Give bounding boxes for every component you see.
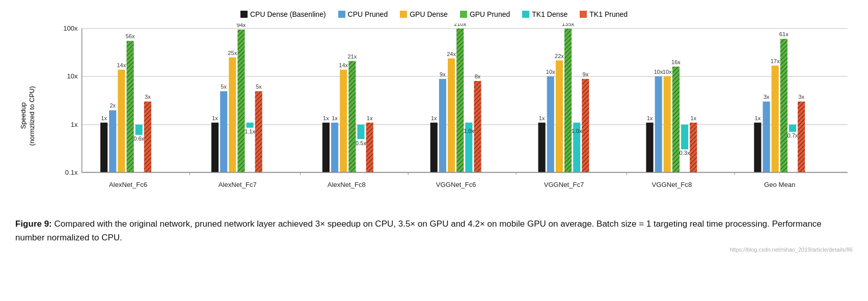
legend-item-cpu-pruned: CPU Pruned bbox=[338, 10, 388, 18]
legend-item-gpu-dense: GPU Dense bbox=[400, 10, 448, 18]
svg-text:1x: 1x bbox=[323, 115, 329, 121]
svg-text:1x: 1x bbox=[431, 115, 437, 121]
bar-vggnet-fc8-cpu-pruned bbox=[655, 76, 662, 173]
bar-vggnet-fc8-tk1-dense bbox=[681, 125, 688, 149]
svg-text:9x: 9x bbox=[440, 71, 446, 77]
svg-text:1x: 1x bbox=[755, 115, 761, 121]
legend-item-tk1-dense: TK1 Dense bbox=[522, 10, 567, 18]
bar-geomean-cpu-pruned bbox=[763, 101, 770, 172]
svg-text:135x: 135x bbox=[562, 23, 574, 27]
legend-label-gpu-pruned: GPU Pruned bbox=[470, 10, 510, 18]
svg-text:3x: 3x bbox=[764, 94, 770, 100]
svg-text:0.5x: 0.5x bbox=[356, 140, 366, 146]
bar-vggnet-fc6-cpu-pruned bbox=[439, 79, 446, 173]
svg-text:56x: 56x bbox=[126, 33, 135, 39]
chart-legend: CPU Dense (Basenline) CPU Pruned GPU Den… bbox=[15, 10, 853, 18]
svg-text:1x: 1x bbox=[212, 115, 218, 121]
legend-label-tk1-pruned: TK1 Pruned bbox=[589, 10, 628, 18]
source-url: https://blog.csdn.net/nihao_2019/article… bbox=[15, 247, 853, 253]
svg-text:0.7x: 0.7x bbox=[787, 132, 798, 139]
svg-text:25x: 25x bbox=[228, 50, 237, 56]
svg-text:5x: 5x bbox=[256, 84, 262, 90]
svg-text:14x: 14x bbox=[117, 62, 126, 68]
svg-text:61x: 61x bbox=[779, 31, 789, 37]
svg-text:1.0x: 1.0x bbox=[572, 128, 582, 134]
svg-text:AlexNet_Fc6: AlexNet_Fc6 bbox=[109, 181, 147, 188]
bar-vggnet-fc6-gpu-pruned bbox=[456, 29, 464, 172]
bar-alexnet-fc6-cpu-pruned bbox=[109, 110, 116, 172]
svg-text:22x: 22x bbox=[555, 53, 564, 59]
svg-text:VGGNet_Fc8: VGGNet_Fc8 bbox=[652, 181, 692, 188]
bar-geomean-cpu-dense bbox=[754, 123, 761, 173]
svg-text:0.6x: 0.6x bbox=[133, 135, 144, 142]
caption-text: Compared with the original network, prun… bbox=[15, 219, 822, 242]
bar-geomean-tk1-pruned bbox=[798, 101, 805, 172]
y-axis-label: Speedup(normzlized to CPU) bbox=[15, 23, 41, 208]
svg-text:94x: 94x bbox=[237, 23, 246, 28]
svg-text:21x: 21x bbox=[347, 53, 357, 60]
legend-item-tk1-pruned: TK1 Pruned bbox=[580, 10, 628, 18]
svg-text:2x: 2x bbox=[110, 102, 116, 108]
svg-text:9x: 9x bbox=[583, 71, 589, 77]
bar-vggnet-fc8-tk1-pruned bbox=[690, 123, 697, 173]
svg-text:0.1x: 0.1x bbox=[65, 169, 78, 176]
figure-caption: Figure 9: Compared with the original net… bbox=[15, 217, 851, 244]
legend-label-gpu-dense: GPU Dense bbox=[410, 10, 448, 18]
bar-alexnet-fc6-cpu-dense bbox=[100, 123, 107, 173]
svg-text:10x: 10x bbox=[663, 69, 672, 75]
bar-alexnet-fc7-tk1-pruned bbox=[255, 91, 262, 172]
svg-text:1.0x: 1.0x bbox=[464, 128, 474, 134]
svg-text:1x: 1x bbox=[647, 115, 653, 121]
bar-alexnet-fc8-cpu-dense bbox=[322, 123, 330, 173]
bar-vggnet-fc7-gpu-dense bbox=[556, 61, 563, 173]
svg-text:17x: 17x bbox=[771, 58, 780, 64]
legend-color-cpu-pruned bbox=[338, 11, 345, 18]
bar-vggnet-fc8-gpu-dense bbox=[664, 76, 671, 173]
legend-color-gpu-pruned bbox=[460, 11, 467, 18]
legend-color-tk1-dense bbox=[522, 11, 529, 18]
legend-item-gpu-pruned: GPU Pruned bbox=[460, 10, 510, 18]
bar-alexnet-fc6-gpu-pruned bbox=[126, 41, 133, 172]
svg-text:1x: 1x bbox=[71, 121, 78, 128]
bar-vggnet-fc6-gpu-dense bbox=[448, 59, 455, 173]
svg-text:1x: 1x bbox=[539, 115, 545, 121]
svg-text:1x: 1x bbox=[332, 115, 338, 121]
svg-text:10x: 10x bbox=[67, 72, 78, 80]
bar-vggnet-fc7-tk1-pruned bbox=[582, 79, 589, 173]
svg-text:VGGNet_Fc7: VGGNet_Fc7 bbox=[544, 181, 584, 188]
legend-label-cpu-dense: CPU Dense (Basenline) bbox=[250, 10, 326, 18]
svg-text:5x: 5x bbox=[221, 84, 227, 90]
bar-alexnet-fc8-gpu-pruned bbox=[348, 61, 356, 173]
svg-text:3x: 3x bbox=[145, 94, 151, 100]
svg-text:14x: 14x bbox=[339, 62, 348, 68]
bar-alexnet-fc6-tk1-dense bbox=[135, 125, 143, 135]
bar-vggnet-fc7-gpu-pruned bbox=[564, 29, 572, 172]
bar-alexnet-fc7-cpu-dense bbox=[211, 123, 219, 173]
svg-text:24x: 24x bbox=[447, 51, 456, 57]
bar-vggnet-fc6-cpu-dense bbox=[430, 123, 438, 173]
chart-container: CPU Dense (Basenline) CPU Pruned GPU Den… bbox=[15, 10, 853, 253]
svg-text:3x: 3x bbox=[798, 94, 804, 100]
bar-alexnet-fc6-tk1-pruned bbox=[144, 101, 151, 172]
svg-text:1x: 1x bbox=[367, 115, 373, 121]
bar-alexnet-fc8-cpu-pruned bbox=[331, 123, 338, 173]
svg-text:AlexNet_Fc7: AlexNet_Fc7 bbox=[219, 181, 257, 188]
chart-area: Speedup(normzlized to CPU) bbox=[15, 23, 853, 208]
svg-text:1x: 1x bbox=[690, 115, 696, 121]
legend-label-cpu-pruned: CPU Pruned bbox=[348, 10, 388, 18]
svg-text:0.3x: 0.3x bbox=[680, 150, 690, 156]
svg-text:16x: 16x bbox=[671, 59, 681, 65]
bar-alexnet-fc7-cpu-pruned bbox=[220, 91, 227, 172]
bar-alexnet-fc8-tk1-dense bbox=[357, 125, 364, 139]
svg-text:AlexNet_Fc8: AlexNet_Fc8 bbox=[328, 181, 366, 188]
bar-vggnet-fc6-tk1-pruned bbox=[474, 81, 481, 173]
bar-vggnet-fc8-cpu-dense bbox=[646, 123, 653, 173]
bar-vggnet-fc7-cpu-dense bbox=[538, 123, 546, 173]
svg-text:8x: 8x bbox=[475, 73, 481, 79]
svg-text:100x: 100x bbox=[63, 24, 78, 32]
bar-alexnet-fc7-gpu-dense bbox=[229, 58, 236, 173]
legend-color-gpu-dense bbox=[400, 11, 407, 18]
bar-alexnet-fc8-tk1-pruned bbox=[366, 123, 373, 173]
bar-geomean-gpu-pruned bbox=[780, 39, 788, 172]
svg-text:Geo Mean: Geo Mean bbox=[764, 181, 795, 188]
